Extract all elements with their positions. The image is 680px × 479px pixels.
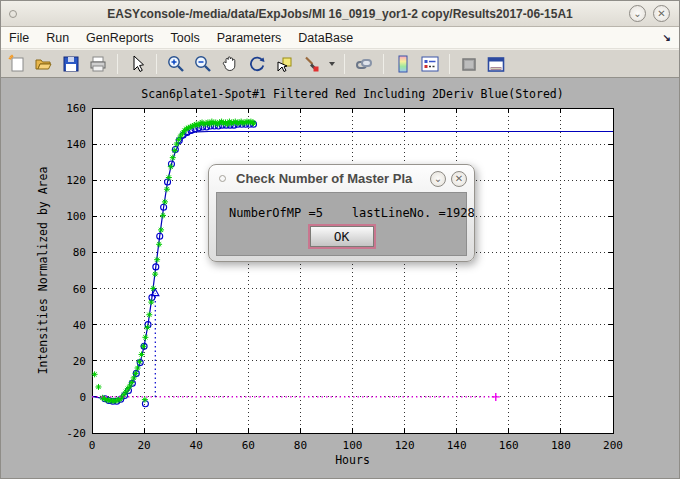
figure-area: 020406080100120140160180200-200204060801… xyxy=(1,78,680,479)
zoom-in-icon[interactable] xyxy=(165,53,187,75)
svg-text:Hours: Hours xyxy=(335,453,370,467)
menu-item-tools[interactable]: Tools xyxy=(171,31,200,45)
svg-text:20: 20 xyxy=(137,439,150,452)
menu-item-parameters[interactable]: Parameters xyxy=(217,31,282,45)
window-minimize-button[interactable]: ⌄ xyxy=(629,5,646,22)
colorbar-icon[interactable] xyxy=(392,53,414,75)
svg-text:80: 80 xyxy=(73,246,86,259)
svg-text:0: 0 xyxy=(79,391,86,404)
zoom-out-icon[interactable] xyxy=(192,53,214,75)
menu-pin-icon[interactable]: ↘ xyxy=(663,32,671,43)
dialog-message: NumberOfMP =5 lastLineNo. =1928 xyxy=(217,193,466,220)
svg-text:200: 200 xyxy=(603,439,623,452)
menubar: File Run GenReports Tools Parameters Dat… xyxy=(1,27,679,49)
new-file-icon[interactable] xyxy=(6,53,28,75)
hide-plot-tools-icon[interactable] xyxy=(458,53,480,75)
window-titlebar: EASYconsole-/media/data/ExpJobs/MI 16_09… xyxy=(1,1,679,27)
menu-item-file[interactable]: File xyxy=(9,31,29,45)
pointer-icon[interactable] xyxy=(126,53,148,75)
save-icon[interactable] xyxy=(60,53,82,75)
svg-text:140: 140 xyxy=(66,138,86,151)
svg-text:100: 100 xyxy=(66,210,86,223)
menu-item-run[interactable]: Run xyxy=(46,31,69,45)
svg-text:120: 120 xyxy=(66,174,86,187)
svg-text:160: 160 xyxy=(499,439,519,452)
dialog-body: NumberOfMP =5 lastLineNo. =1928 OK xyxy=(216,192,467,256)
svg-text:180: 180 xyxy=(551,439,571,452)
data-cursor-icon[interactable] xyxy=(273,53,295,75)
svg-text:140: 140 xyxy=(447,439,467,452)
svg-text:40: 40 xyxy=(73,319,86,332)
svg-text:120: 120 xyxy=(395,439,415,452)
svg-text:40: 40 xyxy=(190,439,203,452)
open-file-icon[interactable] xyxy=(33,53,55,75)
dialog-close-button[interactable]: ✕ xyxy=(451,171,467,187)
dialog-minimize-button[interactable]: ⌄ xyxy=(430,171,446,187)
pan-icon[interactable] xyxy=(219,53,241,75)
svg-text:100: 100 xyxy=(343,439,363,452)
legend-icon[interactable] xyxy=(419,53,441,75)
window-title: EASYconsole-/media/data/ExpJobs/MI 16_09… xyxy=(1,7,679,21)
dialog-title: Check Number of Master Pla xyxy=(236,171,430,186)
plot-canvas: 020406080100120140160180200-200204060801… xyxy=(1,78,680,479)
svg-text:-20: -20 xyxy=(66,427,86,440)
svg-text:60: 60 xyxy=(73,283,86,296)
figure-toolbar xyxy=(1,49,679,78)
dialog-titlebar[interactable]: Check Number of Master Pla ⌄ ✕ xyxy=(216,165,467,192)
svg-text:60: 60 xyxy=(242,439,255,452)
brush-dropdown-caret[interactable] xyxy=(327,53,336,75)
link-plots-icon[interactable] xyxy=(353,53,375,75)
window-close-button[interactable]: ✕ xyxy=(653,5,670,22)
brush-icon[interactable] xyxy=(300,53,322,75)
svg-text:20: 20 xyxy=(73,355,86,368)
svg-text:Scan6plate1-Spot#1 Filtered Re: Scan6plate1-Spot#1 Filtered Red Includin… xyxy=(141,87,563,101)
application-window: EASYconsole-/media/data/ExpJobs/MI 16_09… xyxy=(0,0,680,479)
svg-text:0: 0 xyxy=(89,439,96,452)
menu-item-genreports[interactable]: GenReports xyxy=(86,31,153,45)
rotate-3d-icon[interactable] xyxy=(246,53,268,75)
menu-item-database[interactable]: DataBase xyxy=(298,31,353,45)
print-icon[interactable] xyxy=(87,53,109,75)
dialog-check-number-of-master-plates: Check Number of Master Pla ⌄ ✕ NumberOfM… xyxy=(208,164,475,262)
svg-text:160: 160 xyxy=(66,102,86,115)
dialog-ok-button[interactable]: OK xyxy=(310,226,374,247)
svg-text:80: 80 xyxy=(294,439,307,452)
dialog-app-icon xyxy=(219,175,226,182)
dock-figure-icon[interactable] xyxy=(485,53,507,75)
svg-text:Intensities Normalized by Area: Intensities Normalized by Area xyxy=(36,167,50,375)
